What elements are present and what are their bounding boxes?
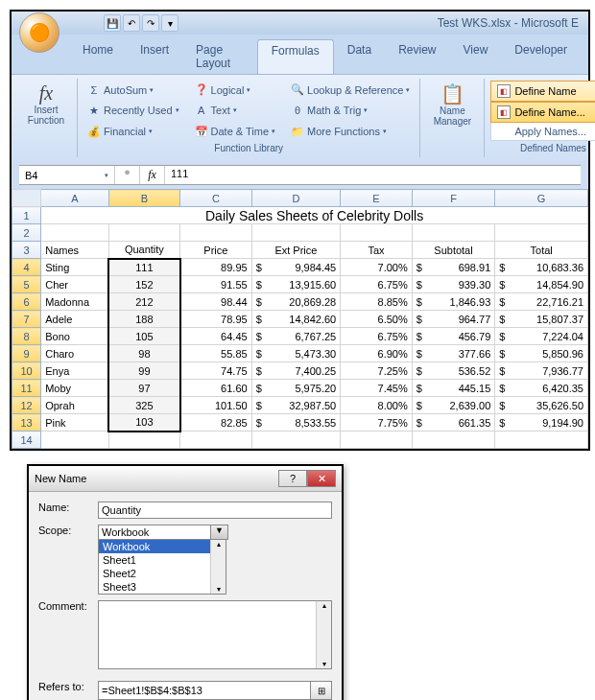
cell-tax[interactable]: 8.85%	[341, 293, 412, 311]
cell-name[interactable]: Moby	[41, 380, 108, 397]
cell-total[interactable]: $35,626.50	[495, 397, 588, 414]
cell-tax[interactable]: 6.90%	[341, 345, 412, 362]
cell-subtotal[interactable]: $536.52	[412, 362, 495, 380]
col-header-A[interactable]: A	[41, 190, 108, 207]
cell-price[interactable]: 74.75	[180, 362, 251, 380]
row-header-14[interactable]: 14	[12, 432, 41, 449]
cell-name[interactable]: Sting	[41, 259, 108, 276]
cell-ext-price[interactable]: $7,400.25	[251, 362, 341, 380]
cell-price[interactable]: 64.45	[180, 328, 251, 345]
cell-subtotal[interactable]: $377.66	[412, 345, 495, 362]
row-header-1[interactable]: 1	[12, 207, 41, 224]
cell-tax[interactable]: 6.75%	[341, 276, 412, 293]
cell-tax[interactable]: 7.45%	[341, 380, 412, 397]
row-header-10[interactable]: 10	[12, 362, 41, 380]
logical-button[interactable]: ❓Logical▾	[191, 81, 280, 100]
cell-total[interactable]: $14,854.90	[495, 276, 588, 293]
cell-name[interactable]: Adele	[41, 311, 108, 328]
cell-price[interactable]: 61.60	[180, 380, 251, 397]
cell-tax[interactable]: 7.00%	[341, 259, 412, 276]
row-header-11[interactable]: 11	[12, 380, 41, 397]
cell-price[interactable]: 91.55	[180, 276, 251, 293]
cell-quantity[interactable]: 325	[108, 397, 179, 414]
row-header-3[interactable]: 3	[12, 242, 41, 259]
cell[interactable]	[108, 432, 179, 449]
text-button[interactable]: AText▾	[191, 102, 280, 121]
cell-quantity[interactable]: 212	[108, 293, 179, 311]
header-ext-price[interactable]: Ext Price	[251, 242, 341, 259]
row-header-5[interactable]: 5	[12, 276, 41, 293]
save-icon[interactable]: 💾	[104, 14, 121, 32]
row-header-6[interactable]: 6	[12, 293, 41, 311]
cell[interactable]	[108, 224, 179, 242]
row-header-7[interactable]: 7	[12, 311, 41, 328]
cell-subtotal[interactable]: $964.77	[412, 311, 495, 328]
cell-tax[interactable]: 7.25%	[341, 362, 412, 380]
cell-ext-price[interactable]: $8,533.55	[251, 414, 341, 432]
select-all-corner[interactable]	[12, 190, 41, 207]
cell-total[interactable]: $6,420.35	[495, 380, 588, 397]
col-header-G[interactable]: G	[495, 190, 588, 207]
col-header-D[interactable]: D	[251, 190, 341, 207]
cell[interactable]	[495, 432, 588, 449]
define-name-menu-item[interactable]: ◧Define Name...	[490, 102, 595, 123]
cell-tax[interactable]: 8.00%	[341, 397, 412, 414]
financial-button[interactable]: 💰Financial▾	[83, 122, 183, 141]
cell-subtotal[interactable]: $456.79	[412, 328, 495, 345]
cell-ext-price[interactable]: $13,915.60	[251, 276, 341, 293]
formula-input[interactable]: 111	[165, 166, 581, 184]
sheet-title[interactable]: Daily Sales Sheets of Celebrity Dolls	[41, 207, 588, 224]
name-input[interactable]	[98, 502, 332, 519]
cell-subtotal[interactable]: $445.15	[412, 380, 495, 397]
header-price[interactable]: Price	[180, 242, 251, 259]
dialog-close-button[interactable]: ✕	[307, 470, 336, 487]
cell-ext-price[interactable]: $6,767.25	[251, 328, 341, 345]
undo-icon[interactable]: ↶	[123, 14, 140, 32]
col-header-B[interactable]: B	[108, 190, 179, 207]
cell-ext-price[interactable]: $9,984.45	[251, 259, 341, 276]
cell-name[interactable]: Pink	[41, 414, 108, 432]
scope-dropdown[interactable]: Workbook ▼	[98, 525, 228, 540]
cell-total[interactable]: $22,716.21	[495, 293, 588, 311]
cell-subtotal[interactable]: $2,639.00	[412, 397, 495, 414]
cell[interactable]	[41, 224, 108, 242]
cell-total[interactable]: $10,683.36	[495, 259, 588, 276]
cell-name[interactable]: Oprah	[41, 397, 108, 414]
cell-total[interactable]: $7,936.77	[495, 362, 588, 380]
cell[interactable]	[251, 432, 341, 449]
cell[interactable]	[341, 432, 412, 449]
cell-quantity[interactable]: 105	[108, 328, 179, 345]
cell-price[interactable]: 89.95	[180, 259, 251, 276]
cell-price[interactable]: 101.50	[180, 397, 251, 414]
office-button[interactable]: 🟠	[19, 12, 60, 53]
math-trig-button[interactable]: θMath & Trig▾	[287, 102, 414, 121]
cell[interactable]	[251, 224, 341, 242]
col-header-C[interactable]: C	[180, 190, 251, 207]
cell-ext-price[interactable]: $32,987.50	[251, 397, 341, 414]
cell-quantity[interactable]: 97	[108, 380, 179, 397]
tab-developer[interactable]: Developer	[501, 39, 581, 74]
worksheet-grid[interactable]: ABCDEFG1Daily Sales Sheets of Celebrity …	[12, 189, 588, 449]
cell[interactable]	[341, 224, 412, 242]
cell-quantity[interactable]: 103	[108, 414, 179, 432]
cell-ext-price[interactable]: $5,975.20	[251, 380, 341, 397]
cell-ext-price[interactable]: $20,869.28	[251, 293, 341, 311]
qat-dropdown-icon[interactable]: ▾	[161, 14, 178, 32]
cell-name[interactable]: Bono	[41, 328, 108, 345]
cell-tax[interactable]: 6.50%	[341, 311, 412, 328]
scope-list-scrollbar[interactable]: ▴▾	[210, 540, 226, 594]
cell-subtotal[interactable]: $1,846.93	[412, 293, 495, 311]
comment-textarea[interactable]: ▴▾	[98, 600, 332, 669]
row-header-9[interactable]: 9	[12, 345, 41, 362]
tab-data[interactable]: Data	[334, 39, 385, 74]
dialog-titlebar[interactable]: New Name ? ✕	[29, 466, 342, 492]
scope-option-sheet3[interactable]: Sheet3	[99, 580, 226, 594]
define-name-split-button[interactable]: ◧Define Name▾	[490, 81, 595, 102]
cell-quantity[interactable]: 152	[108, 276, 179, 293]
row-header-12[interactable]: 12	[12, 397, 41, 414]
cell[interactable]	[41, 432, 108, 449]
cell-total[interactable]: $7,224.04	[495, 328, 588, 345]
tab-insert[interactable]: Insert	[127, 39, 182, 74]
cell-price[interactable]: 78.95	[180, 311, 251, 328]
cell-tax[interactable]: 6.75%	[341, 328, 412, 345]
